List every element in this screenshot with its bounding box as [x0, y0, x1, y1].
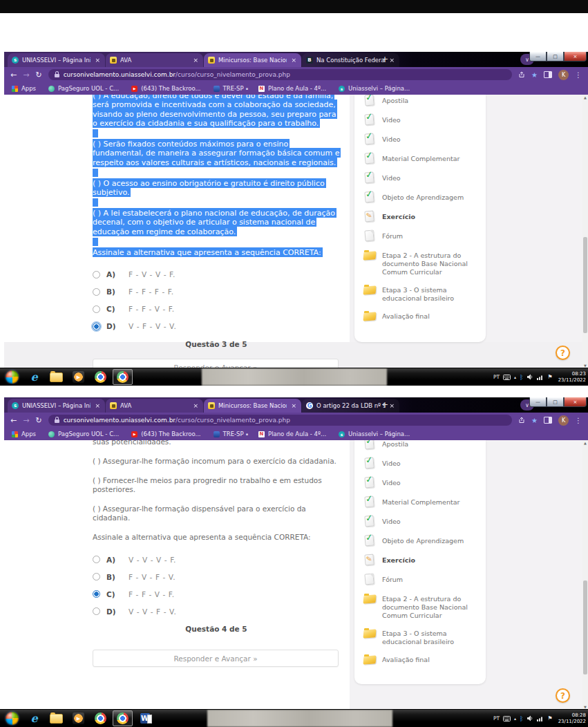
language-indicator[interactable]: PT — [493, 374, 500, 380]
address-bar[interactable]: cursonivelamento.uniasselvi.com.br/curso… — [48, 415, 512, 426]
tab-close-icon[interactable]: × — [192, 57, 199, 64]
answer-option[interactable]: D) V - F - V - V. — [93, 318, 340, 335]
radio-button[interactable] — [93, 573, 100, 580]
bookmark-item[interactable]: PagSeguro UOL - C... — [48, 85, 121, 92]
sidebar-item[interactable]: Material Complementar — [364, 153, 480, 164]
browser-tab[interactable]: AVA × — [106, 399, 203, 413]
answer-option[interactable]: C) F - F - V - F. — [93, 585, 340, 603]
bookmark-item[interactable]: (643) The Backroo... — [131, 431, 202, 437]
back-icon[interactable]: ← — [10, 71, 17, 79]
action-center-flag-icon[interactable]: ⚑ — [547, 715, 552, 721]
window-control-button[interactable]: × — [564, 397, 587, 407]
bookmark-item[interactable]: TRE-SP ▪ — [214, 85, 248, 92]
tab-close-icon[interactable]: × — [94, 57, 101, 64]
browser-tab[interactable]: UNIASSELVI – Página Inicial × — [8, 399, 105, 413]
bookmark-item[interactable]: PagSeguro UOL - C... — [48, 431, 121, 437]
language-indicator[interactable]: PT — [493, 715, 500, 721]
sidebar-item[interactable]: Etapa 3 - O sistema educacional brasilei… — [364, 627, 480, 646]
address-bar[interactable]: cursonivelamento.uniasselvi.com.br/curso… — [48, 69, 512, 80]
tab-close-icon[interactable]: × — [290, 402, 297, 409]
taskbar-app-button[interactable] — [46, 369, 66, 385]
side-panel-icon[interactable] — [544, 417, 552, 424]
radio-button[interactable] — [93, 607, 100, 615]
scroll-up-icon[interactable]: ▲ — [582, 95, 588, 100]
sidebar-item[interactable]: Video — [364, 516, 480, 527]
taskbar-app-button[interactable] — [2, 369, 22, 385]
bookmark-item[interactable]: Apps — [12, 85, 38, 92]
taskbar-app-button[interactable] — [91, 710, 111, 726]
sidebar-item[interactable]: Etapa 2 - A estrutura do documento Base … — [364, 593, 480, 620]
back-icon[interactable]: ← — [10, 417, 17, 424]
reload-icon[interactable]: ↻ — [35, 417, 41, 424]
taskbar-app-button[interactable] — [68, 710, 88, 726]
bookmark-star-icon[interactable]: ★ — [531, 71, 538, 79]
profile-avatar[interactable]: K — [558, 70, 569, 80]
menu-dots-icon[interactable]: ⋮ — [575, 417, 582, 424]
sidebar-item[interactable]: Etapa 3 - O sistema educacional brasilei… — [364, 284, 480, 303]
speaker-icon[interactable] — [527, 715, 533, 721]
sidebar-item[interactable]: Objeto de Aprendizagem — [364, 191, 480, 203]
sidebar-item[interactable]: Exercício — [364, 554, 480, 566]
radio-button[interactable] — [93, 305, 100, 313]
window-control-button[interactable]: × — [564, 52, 587, 62]
network-signal-icon[interactable] — [537, 375, 544, 380]
sidebar-item[interactable]: Avaliação final — [364, 654, 480, 665]
sidebar-item[interactable]: Video — [364, 457, 480, 469]
speaker-icon[interactable] — [527, 374, 533, 380]
taskbar-app-button[interactable] — [2, 710, 22, 726]
browser-tab[interactable]: AVA × — [106, 53, 203, 67]
bluetooth-icon[interactable]: ᛒ — [520, 374, 523, 381]
radio-button[interactable] — [93, 590, 100, 598]
tray-expand-icon[interactable]: ▴ — [514, 375, 516, 379]
bookmark-item[interactable]: (643) The Backroo... — [131, 85, 202, 92]
submit-button[interactable]: Responder e Avançar » — [93, 359, 339, 368]
tray-clock[interactable]: 08:23 23/11/2022 — [558, 371, 586, 384]
network-signal-icon[interactable] — [537, 716, 544, 721]
keyboard-icon[interactable] — [503, 716, 511, 721]
window-control-button[interactable]: — — [529, 397, 547, 407]
radio-button[interactable] — [93, 556, 100, 563]
sidebar-item[interactable]: Material Complementar — [364, 496, 480, 508]
sidebar-item[interactable]: Apostila — [364, 95, 480, 106]
scrollbar-thumb[interactable] — [583, 237, 587, 333]
share-icon[interactable] — [518, 71, 525, 78]
bookmark-item[interactable]: Uniasselvi – Página... — [339, 431, 412, 437]
keyboard-icon[interactable] — [503, 375, 511, 380]
window-control-button[interactable]: — — [529, 52, 547, 62]
taskbar-app-button[interactable] — [68, 369, 88, 385]
sidebar-item[interactable]: Fórum — [364, 574, 480, 585]
scroll-up-icon[interactable]: ▲ — [582, 440, 588, 446]
radio-button[interactable] — [93, 288, 100, 296]
sidebar-item[interactable]: Fórum — [364, 230, 480, 242]
forward-icon[interactable]: → — [23, 71, 29, 79]
sidebar-item[interactable]: Video — [364, 114, 480, 126]
taskbar-app-button[interactable] — [91, 369, 111, 385]
new-tab-button[interactable]: + — [379, 399, 391, 411]
tab-close-icon[interactable]: × — [290, 57, 297, 64]
sidebar-item[interactable]: Etapa 2 - A estrutura do documento Base … — [364, 249, 480, 276]
sidebar-item[interactable]: Objeto de Aprendizagem — [364, 535, 480, 547]
share-icon[interactable] — [518, 417, 525, 424]
forward-icon[interactable]: → — [23, 417, 29, 424]
sidebar-item[interactable]: Apostila — [364, 440, 480, 450]
window-control-button[interactable]: □ — [547, 52, 564, 62]
side-panel-icon[interactable] — [544, 71, 552, 78]
taskbar-app-button[interactable] — [113, 369, 133, 385]
reload-icon[interactable]: ↻ — [35, 71, 41, 79]
answer-option[interactable]: A) F - V - V - F. — [93, 266, 340, 283]
answer-option[interactable]: A) V - V - V - F. — [93, 551, 340, 568]
answer-option[interactable]: B) F - F - F - F. — [93, 283, 340, 301]
radio-button[interactable] — [93, 323, 100, 330]
scrollbar-thumb[interactable] — [583, 580, 587, 675]
scrollbar[interactable]: ▲ ▼ — [582, 440, 588, 710]
bookmark-star-icon[interactable]: ★ — [531, 417, 538, 424]
action-center-flag-icon[interactable]: ⚑ — [547, 374, 552, 380]
bookmark-item[interactable]: Plano de Aula - 4º... — [258, 431, 328, 437]
bookmark-item[interactable]: Apps — [12, 431, 38, 437]
tab-close-icon[interactable]: × — [94, 402, 101, 409]
help-button[interactable]: ? — [556, 346, 570, 360]
tray-clock[interactable]: 08:28 23/11/2022 — [558, 712, 586, 725]
profile-avatar[interactable]: K — [558, 415, 569, 426]
browser-tab[interactable]: Minicursos: Base Nacional Comu × — [204, 399, 301, 413]
bluetooth-icon[interactable]: ᛒ — [520, 715, 523, 722]
